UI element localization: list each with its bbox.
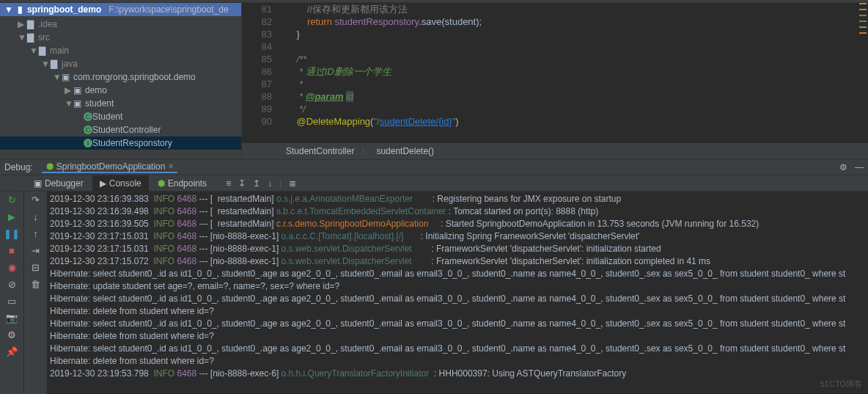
tree-arrow-icon[interactable]: ▼	[18, 32, 25, 43]
code-line[interactable]: * @param id	[286, 90, 853, 103]
stop-button[interactable]: ■	[9, 245, 15, 256]
folder-icon: ▇	[25, 19, 35, 29]
console-line: 2019-12-30 23:16:39.505 INFO 6468 --- [ …	[50, 218, 865, 230]
folder-icon: ▣	[72, 98, 82, 109]
tree-node[interactable]: IStudentResponstory	[0, 136, 241, 150]
step-over-icon[interactable]: ↷	[32, 194, 40, 205]
run-to-cursor-icon[interactable]: ⇥	[32, 245, 40, 256]
scroll-to-end-icon[interactable]: ↧	[238, 178, 246, 189]
console-line: 2019-12-30 23:17:15.072 INFO 6468 --- [n…	[50, 255, 865, 268]
run-config-name: SpringbootDemoApplication	[56, 161, 166, 172]
tree-label: main	[50, 45, 69, 56]
breadcrumb-class[interactable]: StudentController	[286, 146, 354, 156]
layout-button[interactable]: ▭	[7, 296, 16, 307]
project-tool-window[interactable]: ▼ ▮ springboot_demo F:\pyworkspace\sprin…	[0, 3, 242, 159]
tree-node[interactable]: ▼▣student	[0, 97, 241, 110]
tree-arrow-icon[interactable]: ▼	[29, 45, 37, 56]
debugger-icon: ▣	[34, 178, 42, 189]
code-line[interactable]: *	[286, 78, 853, 90]
tree-label: java	[62, 59, 78, 69]
code-line[interactable]: */	[286, 103, 853, 115]
soft-wrap-icon[interactable]: ≡	[226, 178, 231, 189]
tree-node[interactable]: ▶▣demo	[0, 84, 241, 97]
project-root[interactable]: ▼ ▮ springboot_demo F:\pyworkspace\sprin…	[0, 3, 241, 16]
debug-tool-header: Debug: ⬢ SpringbootDemoApplication × ⚙ —	[0, 159, 868, 175]
console-output[interactable]: 2019-12-30 23:16:39.383 INFO 6468 --- [ …	[47, 191, 868, 394]
filter-icon[interactable]: ≣	[289, 178, 296, 189]
folder-icon: ▣	[72, 85, 82, 95]
line-number[interactable]: 88	[242, 90, 272, 103]
code-line[interactable]: /**	[286, 53, 853, 65]
pin-button[interactable]: 📌	[6, 346, 18, 357]
resume-button[interactable]: ▶	[8, 211, 15, 222]
minimize-icon[interactable]: —	[855, 162, 864, 172]
console-line: Hibernate: delete from student where id=…	[50, 355, 865, 368]
tree-node[interactable]: CStudentController	[0, 123, 241, 136]
tab-debugger[interactable]: ▣Debugger	[26, 175, 91, 191]
print-icon[interactable]: ↥	[253, 178, 260, 189]
code-line[interactable]: }	[286, 28, 853, 40]
tree-arrow-icon[interactable]: ▼	[65, 98, 72, 109]
settings-button[interactable]: ⚙	[7, 329, 16, 340]
evaluate-icon[interactable]: ⊟	[32, 262, 40, 273]
code-line[interactable]: return studentResponstory.save(student);	[286, 15, 853, 28]
tree-arrow-icon[interactable]: ▶	[18, 19, 25, 29]
mute-breakpoints-button[interactable]: ⊘	[8, 279, 16, 290]
clear-icon[interactable]: ↓	[268, 178, 272, 189]
console-line: 2019-12-30 23:16:39.498 INFO 6468 --- [ …	[50, 205, 865, 218]
sep-icon: |	[279, 178, 282, 189]
line-number[interactable]: 89	[242, 103, 272, 115]
tree-arrow-icon[interactable]: ▶	[65, 85, 72, 95]
folder-icon: ▇	[48, 59, 59, 69]
line-number[interactable]: 82	[242, 15, 272, 28]
expand-arrow-icon: ▼	[4, 4, 13, 15]
line-number[interactable]: 81	[242, 3, 272, 15]
tree-node[interactable]: ▼▇java	[0, 57, 241, 70]
tree-node[interactable]: ▼▣com.rongrong.springboot.demo	[0, 70, 241, 84]
step-out-icon[interactable]: ↑	[33, 228, 38, 239]
step-into-icon[interactable]: ↓	[33, 211, 38, 222]
code-editor[interactable]: 81828384858687888990 //保存和更新都用该方法 return…	[242, 3, 868, 159]
tree-label: .idea	[38, 19, 57, 29]
spring-boot-icon: ⬢	[46, 161, 54, 172]
trash-icon[interactable]: 🗑	[31, 279, 40, 290]
console-line: 2019-12-30 23:16:39.383 INFO 6468 --- [ …	[50, 193, 865, 205]
breadcrumb-method[interactable]: sudentDelete()	[376, 146, 434, 156]
console-line: Hibernate: select student0_.id as id1_0_…	[50, 343, 865, 355]
tree-node[interactable]: ▼▇src	[0, 31, 241, 44]
line-number[interactable]: 83	[242, 28, 272, 40]
camera-icon[interactable]: 📷	[6, 313, 18, 324]
tree-node[interactable]: ▼▇main	[0, 44, 241, 57]
code-line[interactable]: //保存和更新都用该方法	[286, 3, 853, 15]
code-line[interactable]: * 通过ID删除一个学生	[286, 65, 853, 78]
line-number[interactable]: 90	[242, 115, 272, 128]
error-stripe[interactable]	[859, 3, 867, 38]
run-configuration-tab[interactable]: ⬢ SpringbootDemoApplication ×	[42, 161, 178, 173]
code-line[interactable]: @DeleteMapping("/sudentDelete/{id}")	[286, 115, 853, 128]
pause-button[interactable]: ❚❚	[4, 228, 20, 239]
view-breakpoints-button[interactable]: ◉	[8, 262, 16, 273]
debug-tab-bar: ▣Debugger ▶Console ⬢Endpoints ≡ ↧ ↥ ↓ | …	[0, 175, 868, 191]
watermark: 51CTO博客	[820, 379, 862, 390]
editor-breadcrumb[interactable]: StudentController 〉 sudentDelete()	[242, 143, 868, 159]
line-number[interactable]: 84	[242, 40, 272, 53]
tree-label: demo	[85, 85, 107, 95]
line-number[interactable]: 85	[242, 53, 272, 65]
line-number[interactable]: 87	[242, 78, 272, 90]
tree-node[interactable]: CStudent	[0, 110, 241, 123]
tree-node[interactable]: ▶▇.idea	[0, 18, 241, 31]
code-line[interactable]	[286, 40, 853, 53]
console-line: Hibernate: select student0_.id as id1_0_…	[50, 268, 865, 280]
settings-icon[interactable]: ⚙	[839, 162, 847, 172]
tree-arrow-icon[interactable]: ▼	[41, 59, 48, 69]
console-line: 2019-12-30 23:17:15.031 INFO 6468 --- [n…	[50, 230, 865, 243]
close-tab-icon[interactable]: ×	[168, 161, 173, 172]
debug-action-toolbar: ↻ ▶ ❚❚ ■ ◉ ⊘ ▭ 📷 ⚙ 📌	[0, 191, 23, 394]
line-number[interactable]: 86	[242, 65, 272, 78]
rerun-button[interactable]: ↻	[8, 194, 16, 205]
tree-arrow-icon[interactable]: ▼	[53, 72, 60, 82]
endpoints-icon: ⬢	[158, 178, 165, 189]
tree-label: com.rongrong.springboot.demo	[73, 72, 196, 82]
tab-console[interactable]: ▶Console	[92, 175, 149, 191]
tab-endpoints[interactable]: ⬢Endpoints	[150, 175, 214, 191]
